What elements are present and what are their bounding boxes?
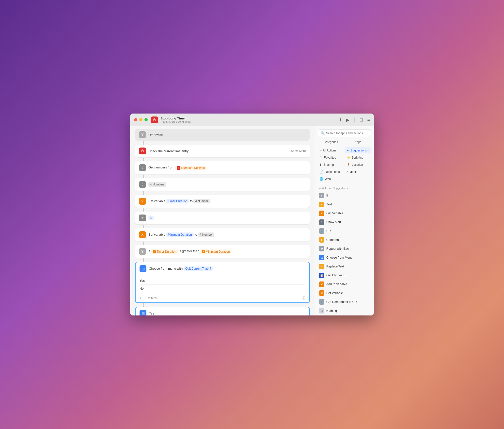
suggestions-label-cat: Suggestions xyxy=(351,149,367,152)
get-numbers-icon: ○ xyxy=(139,164,146,171)
menu-label: Choose from menu with Quit Current Timer… xyxy=(149,266,305,271)
menu-item-yes: Yes xyxy=(140,277,305,285)
titlebar-actions: ⬆ ▶ ⊡ ≡ xyxy=(338,117,370,123)
category-web[interactable]: 🌐 Web xyxy=(318,176,344,182)
show-alert-icon: ! xyxy=(319,219,324,225)
list-item-get-clipboard[interactable]: 📋 Get Clipboard xyxy=(317,271,372,280)
settings-button[interactable]: ≡ xyxy=(367,117,370,122)
favorites-label: Favorites xyxy=(324,156,336,159)
location-label: Location xyxy=(352,163,363,166)
list-item-comment[interactable]: ≡ Comment xyxy=(317,235,372,244)
check-time-show-more[interactable]: Show More xyxy=(291,149,306,153)
number-token: # Number xyxy=(193,199,210,203)
list-item-number[interactable]: # Number xyxy=(317,315,372,315)
web-label: Web xyxy=(325,177,331,181)
workflow-area[interactable]: Y Otherwise ⏱ Check the current time ent… xyxy=(130,126,315,315)
remove-item-button[interactable]: − xyxy=(144,296,146,300)
category-media[interactable]: ♪ Media xyxy=(345,169,371,175)
category-documents[interactable]: 📄 Documents xyxy=(318,169,344,175)
documents-icon: 📄 xyxy=(319,170,323,174)
list-item-nothing[interactable]: □ Nothing xyxy=(317,306,372,315)
set-var-timer-label: Set variable Timer Duration to # Number xyxy=(148,199,306,203)
titlebar: ⏱ Stop Long Timer Hey Siri, Stop Long Ti… xyxy=(130,114,374,126)
choose-menu-label: Choose from Menu xyxy=(326,256,352,259)
list-item-repeat-each[interactable]: ↻ Repeat with Each xyxy=(317,244,372,253)
window-title: Stop Long Timer xyxy=(160,116,191,120)
numbers-block[interactable]: # ○ Numbers xyxy=(135,178,310,191)
four-token: 4 xyxy=(148,216,154,220)
connector xyxy=(143,191,144,195)
check-time-icon: ⏱ xyxy=(139,148,146,154)
media-icon: ♪ xyxy=(346,170,348,174)
tab-apps[interactable]: Apps xyxy=(345,139,371,145)
set-var-timer-icon: ✕ xyxy=(139,198,146,205)
all-actions-icon: ≡ xyxy=(319,148,321,152)
close-button[interactable] xyxy=(134,118,137,121)
set-var-timer-block[interactable]: ✕ Set variable Timer Duration to # Numbe… xyxy=(135,195,310,208)
connector xyxy=(143,258,144,262)
favorites-icon: ♡ xyxy=(319,156,322,159)
list-item-add-variable[interactable]: ✕ Add to Variable xyxy=(317,280,372,289)
set-var-min-block[interactable]: ✕ Set variable Minimum Duration to # Num… xyxy=(135,228,310,241)
list-item-get-variable[interactable]: ✕ Get Variable xyxy=(317,209,372,218)
connector xyxy=(143,303,144,307)
add-item-button[interactable]: + xyxy=(140,296,142,300)
info-button[interactable]: ⓘ xyxy=(302,296,305,300)
category-location[interactable]: 📍 Location xyxy=(345,162,371,168)
list-item-replace-text[interactable]: ≡ Replace Text xyxy=(317,262,372,271)
duration-token: ⏱ Duration: Decimal xyxy=(175,166,206,170)
maximize-button[interactable] xyxy=(144,118,148,121)
numbers-label: ○ Numbers xyxy=(148,182,306,187)
list-item-text[interactable]: ≡ Text xyxy=(317,200,372,209)
sidebar: 🔍 Categories Apps ≡ All Actions ✦ Sugges… xyxy=(315,126,374,315)
get-component-url-icon: 🔗 xyxy=(319,299,324,305)
category-favorites[interactable]: ♡ Favorites xyxy=(318,154,344,161)
number-4-label: 4 xyxy=(148,216,306,220)
quit-timer-token: Quit Current Timer? xyxy=(184,266,213,271)
category-sharing[interactable]: ⬆ Sharing xyxy=(318,162,344,168)
list-item-set-variable[interactable]: ✕ Set Variable xyxy=(317,289,372,297)
location-icon: 📍 xyxy=(346,163,350,166)
category-suggestions[interactable]: ✦ Suggestions xyxy=(345,147,371,153)
get-numbers-block[interactable]: ○ Get numbers from ⏱ Duration: Decimal xyxy=(135,161,310,174)
search-input[interactable] xyxy=(326,132,368,135)
list-item-url[interactable]: 🔗 URL xyxy=(317,227,372,235)
check-time-block[interactable]: ⏱ Check the current time entry Show More xyxy=(135,145,310,157)
window-body: Y Otherwise ⏱ Check the current time ent… xyxy=(130,126,374,315)
share-button[interactable]: ⬆ xyxy=(338,117,342,123)
list-item-if[interactable]: Y If xyxy=(317,191,372,200)
list-item-choose-menu[interactable]: ▤ Choose from Menu xyxy=(317,253,372,262)
tab-categories[interactable]: Categories xyxy=(318,139,344,145)
menu-footer: + − 2 items ⓘ xyxy=(136,294,309,302)
divider xyxy=(317,185,372,185)
otherwise-label: Otherwise xyxy=(148,133,163,137)
yes-block: ▤ Yes xyxy=(135,307,310,315)
categories-grid: ≡ All Actions ✦ Suggestions ♡ Favorites … xyxy=(315,147,374,184)
app-icon: ⏱ xyxy=(151,116,158,123)
suggestions-icon: ✦ xyxy=(346,148,349,152)
title-info: Stop Long Timer Hey Siri, Stop Long Time… xyxy=(160,116,191,123)
menu-header: ▤ Choose from menu with Quit Current Tim… xyxy=(136,262,309,275)
text-icon: ≡ xyxy=(319,202,324,207)
category-scripting[interactable]: ⚡ Scripting xyxy=(345,154,371,161)
suggestions-section-label: Next Action Suggestions xyxy=(315,186,374,191)
if-timer-block[interactable]: Y If ✕ Timer Duration is greater than ✕ … xyxy=(135,245,310,258)
add-variable-icon: ✕ xyxy=(319,281,324,287)
timer-dur-token: ✕ Timer Duration xyxy=(151,249,178,254)
set-variable-icon: ✕ xyxy=(319,290,324,296)
search-box[interactable]: 🔍 xyxy=(318,129,371,137)
get-component-url-label: Get Component of URL xyxy=(326,300,359,304)
add-variable-label: Add to Variable xyxy=(326,282,347,286)
list-item-show-alert[interactable]: ! Show Alert xyxy=(317,218,372,227)
list-item-get-component-url[interactable]: 🔗 Get Component of URL xyxy=(317,297,372,306)
all-actions-label: All Actions xyxy=(323,149,336,152)
connector xyxy=(143,242,144,245)
set-var-min-label: Set variable Minimum Duration to # Numbe… xyxy=(148,232,306,237)
play-button[interactable]: ▶ xyxy=(346,117,349,123)
scripting-label: Scripting xyxy=(352,156,363,159)
menu-items: Yes No xyxy=(136,275,309,294)
minimize-button[interactable] xyxy=(139,118,142,121)
number-4-block[interactable]: # 4 xyxy=(135,212,310,224)
category-all-actions[interactable]: ≡ All Actions xyxy=(318,147,344,153)
camera-button[interactable]: ⊡ xyxy=(360,117,363,123)
